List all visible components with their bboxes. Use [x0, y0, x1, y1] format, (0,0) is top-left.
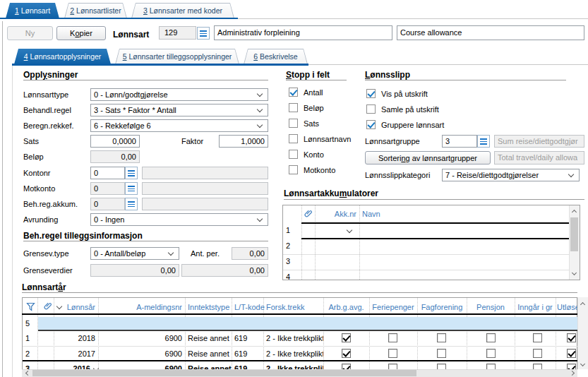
fagforening-checkbox[interactable] [437, 333, 446, 342]
cell-inntektstype[interactable]: Reise annet [188, 334, 232, 342]
belop-label: Beløp [23, 152, 44, 161]
beh-regel-title: Beh.regel tilleggsinformasjon [23, 231, 143, 241]
grenseverdi-2-input[interactable]: 0,00 [181, 264, 268, 277]
avrunding-select[interactable]: 0 - Ingen [90, 213, 268, 226]
lonnsart-name-en-field[interactable]: Course allowance [397, 25, 584, 40]
kontonr-label: Kontonr [23, 169, 51, 177]
faktor-input[interactable]: 1,0000 [219, 135, 268, 148]
tab-lonnsartopplysninger[interactable]: 4 Lønnsartopplysninger [14, 49, 111, 64]
motkonto-input[interactable]: 0 [90, 182, 125, 195]
faktor-label: Faktor [181, 137, 203, 145]
opplysninger-rule [23, 80, 268, 80]
sub-tab-underline [12, 64, 308, 66]
cell-lonnsar[interactable]: 2018 [56, 334, 95, 342]
kontonr-input[interactable]: 0 [90, 167, 125, 179]
chevron-down-icon [257, 107, 263, 112]
new-button[interactable]: Ny [7, 26, 53, 40]
tab-beskrivelse[interactable]: 6 Beskrivelse [244, 49, 308, 64]
vis-pa-utskrift-checkbox[interactable] [366, 89, 376, 98]
cell-lonnsar[interactable]: 2017 [56, 349, 95, 358]
inntektstype-column-header[interactable]: Inntektstype [188, 303, 232, 311]
sats-checkbox[interactable] [289, 119, 298, 128]
inngar-checkbox[interactable] [533, 333, 542, 342]
window-left-border [2, 21, 3, 377]
lonnsartar-vscrollbar[interactable] [577, 297, 588, 369]
lonnsartnavn-checkbox[interactable] [289, 134, 298, 143]
cell-forsk-trekk[interactable]: 2 - Ikke trekkplikti [266, 349, 323, 358]
motkonto-label: Motkonto [23, 184, 55, 193]
lonnsartar-title: Lønnsartår [22, 282, 66, 292]
inngar-i-gr-column-header[interactable]: Inngår i gr [515, 303, 556, 311]
forsk-trekk-column-header[interactable]: Forsk.trekk [266, 303, 325, 311]
pensjon-checkbox[interactable] [486, 333, 496, 342]
avrunding-label: Avrunding [23, 215, 58, 224]
arb-g-avg-checkbox[interactable] [342, 333, 351, 342]
utlose-checkbox[interactable] [567, 349, 576, 358]
cell-ameldingsnr[interactable]: 6900 [101, 349, 182, 358]
utlose-checkbox[interactable] [567, 333, 576, 342]
sats-checkbox-label: Sats [304, 119, 319, 128]
lonnsart-code-field[interactable]: 129 [159, 26, 196, 40]
pensjon-checkbox[interactable] [486, 349, 496, 358]
navn-column-header[interactable]: Navn [362, 210, 503, 218]
arb-g-avg-column-header[interactable]: Arb.g.avg. [323, 303, 369, 311]
feriepenger-checkbox[interactable] [388, 349, 397, 358]
akknr-column-header[interactable]: Akk.nr [315, 210, 356, 218]
sub-tab-underline-rest [308, 64, 588, 65]
kontonr-lookup-icon[interactable] [125, 167, 138, 179]
gruppere-lonnsart-checkbox[interactable] [366, 120, 376, 129]
samle-pa-utskrift-checkbox[interactable] [366, 104, 376, 114]
cell-inntektstype[interactable]: Reise annet [188, 349, 232, 358]
lonnsar-column-header[interactable]: Lønnsår [65, 303, 95, 311]
grenseverdi-1-input[interactable]: 0,00 [90, 264, 179, 277]
cell-lt-kode[interactable]: 619 [234, 334, 263, 342]
belop-input[interactable]: 0,00 [90, 150, 140, 163]
lonnsart-name-no-field[interactable]: Administrativ forpleining [214, 25, 392, 40]
beh-reg-akkum-input[interactable]: 0 [90, 198, 125, 210]
beh-reg-akkum-lookup-icon[interactable] [125, 198, 138, 210]
sats-input[interactable]: 0,0000 [90, 135, 140, 148]
copy-button[interactable]: Kopier [56, 26, 106, 40]
beregn-rekkef-select[interactable]: 6 - Rekkefølge 6 [90, 119, 268, 132]
behandl-regel-select[interactable]: 3 - Sats * Faktor * Antall [90, 104, 268, 116]
tab-tilleggsopplysninger[interactable]: 5 Lønnsarter tilleggsopplysninger [115, 49, 239, 64]
utlose-column-header[interactable]: Utløse [557, 303, 577, 311]
lonnsartgruppe-input[interactable]: 3 [442, 135, 477, 148]
fagforening-checkbox[interactable] [437, 349, 446, 358]
samle-pa-utskrift-label: Samle på utskrift [381, 105, 439, 114]
inngar-checkbox[interactable] [533, 349, 542, 358]
lonnsslippkategori-select[interactable]: 7 - Reise/diettgodtgjørelser [442, 169, 580, 181]
fagforening-column-header[interactable]: Fagforening [417, 303, 467, 311]
lonnsart-lookup-icon[interactable] [197, 27, 210, 40]
cell-forsk-trekk[interactable]: 2 - Ikke trekkplikti [266, 334, 323, 342]
belop-checkbox[interactable] [289, 103, 298, 112]
ant-per-input[interactable]: 0,00 [232, 247, 268, 260]
behandl-regel-label: Behandl.regel [23, 106, 71, 114]
antall-checkbox[interactable] [289, 88, 298, 97]
lonnsartgruppe-lookup-icon[interactable] [477, 135, 490, 148]
opplysninger-title: Opplysninger [23, 70, 78, 80]
tab-lonnsarter-med-koder[interactable]: 3 Lønnsarter med koder [131, 3, 234, 18]
lonnsartar-rule [22, 292, 577, 293]
filter-icon[interactable] [26, 301, 35, 314]
lt-kode-column-header[interactable]: L/T-kode [234, 303, 265, 311]
tab-lonnsart[interactable]: 1 Lønnsart [6, 3, 59, 18]
motkonto-checkbox[interactable] [289, 165, 298, 174]
feriepenger-checkbox[interactable] [388, 333, 397, 342]
grensev-type-select[interactable]: 0 - Antall/beløp [90, 247, 179, 260]
arb-g-avg-checkbox[interactable] [342, 349, 351, 358]
new-row-highlight[interactable] [38, 317, 577, 330]
konto-checkbox[interactable] [289, 150, 298, 159]
sortering-button[interactable]: Sortering av lønnsartgrupper [365, 151, 491, 164]
beregn-rekkef-label: Beregn.rekkef. [23, 121, 74, 130]
ameldingsnr-column-header[interactable]: A-meldingsnr [101, 303, 182, 311]
cell-lt-kode[interactable]: 619 [234, 349, 263, 358]
cell-ameldingsnr[interactable]: 6900 [101, 334, 182, 342]
scrollbar-thumb[interactable] [570, 217, 578, 251]
tab-lonnsartlister[interactable]: 2 Lønnsartlister [64, 3, 127, 18]
motkonto-lookup-icon[interactable] [125, 182, 138, 195]
pensjon-column-header[interactable]: Pensjon [467, 303, 515, 311]
lonnsarttype-select[interactable]: 0 - Lønn/godtgjørelse [90, 88, 268, 101]
feriepenger-column-header[interactable]: Feriepenger [369, 303, 417, 311]
scrollbar-thumb[interactable] [32, 370, 416, 376]
